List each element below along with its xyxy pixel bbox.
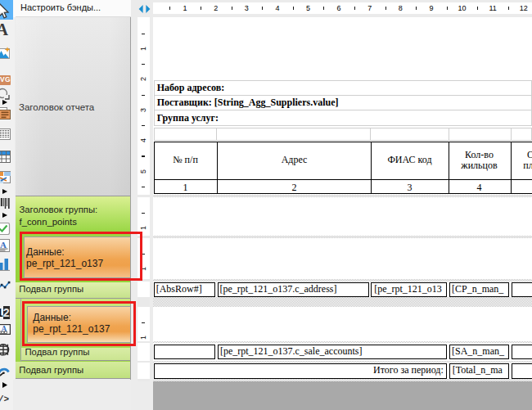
svg-text:A: A xyxy=(0,240,7,250)
